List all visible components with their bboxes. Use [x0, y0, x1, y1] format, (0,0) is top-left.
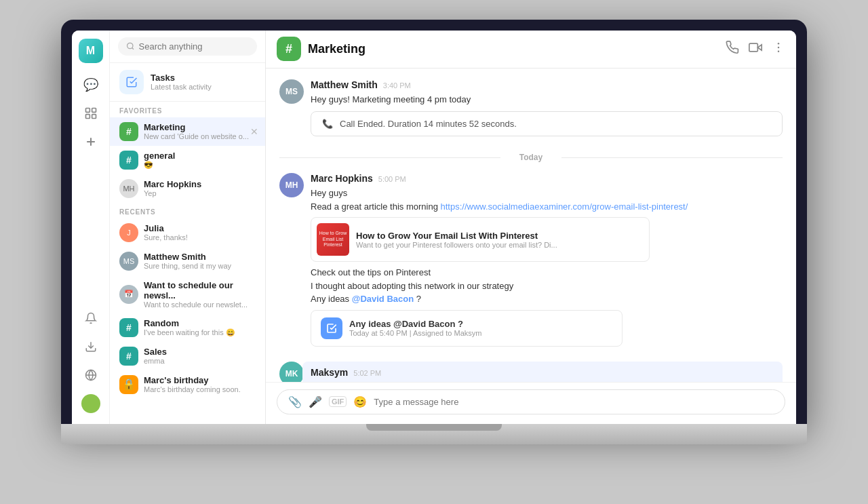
message-author: Maksym — [311, 367, 348, 378]
message-time: 5:00 PM — [378, 175, 406, 183]
channel-item-birthday[interactable]: 🔒 Marc's birthday Marc's birthday coming… — [110, 370, 265, 399]
svg-rect-2 — [85, 114, 90, 118]
icon-sidebar: M 💬 — [72, 31, 110, 424]
attachment-icon[interactable]: 📎 — [288, 395, 302, 408]
article-link[interactable]: https://www.socialmediaexaminer.com/grow… — [440, 201, 688, 212]
channel-item-julia[interactable]: J Julia Sure, thanks! — [110, 218, 265, 247]
channel-item-marc-hopkins[interactable]: MH Marc Hopkins Yep — [110, 174, 265, 203]
tasks-icon — [119, 70, 144, 94]
channel-name: Want to schedule our newsl... — [144, 280, 256, 301]
svg-rect-0 — [85, 108, 90, 112]
channel-hash-icon: # — [119, 122, 138, 141]
emoji-icon[interactable]: 😊 — [353, 395, 367, 408]
channel-header-icon: # — [277, 37, 301, 61]
link-preview-image: How to GrowEmail ListPinterest — [317, 223, 349, 256]
channel-name: general — [144, 151, 256, 161]
svg-rect-1 — [92, 108, 96, 112]
phone-icon[interactable] — [726, 41, 739, 58]
channel-hash-icon: # — [119, 347, 138, 366]
channel-hash-icon: # — [119, 151, 138, 170]
day-divider: Today — [279, 153, 783, 162]
message-group: MS Matthew Smith 3:40 PM Hey guys! Marke… — [279, 79, 783, 142]
message-link-line: Read a great article this morning https:… — [311, 200, 783, 214]
task-quote: Any ideas @David Bacon ? Today at 5:40 P… — [311, 310, 623, 347]
channel-hash-icon: # — [119, 318, 138, 337]
channel-item-general[interactable]: # general 😎 — [110, 146, 265, 174]
video-icon[interactable] — [749, 41, 762, 58]
search-input[interactable] — [139, 41, 249, 52]
channel-name: Matthew Smith — [144, 252, 256, 262]
channel-preview: Sure, thanks! — [144, 233, 256, 241]
channel-item-newsletter[interactable]: 📅 Want to schedule our newsl... Want to … — [110, 275, 265, 313]
gif-icon[interactable]: GIF — [329, 396, 347, 407]
message-group-marc: MH Marc Hopkins 5:00 PM Hey guys Read a … — [279, 173, 783, 351]
profile-nav-icon[interactable] — [79, 391, 103, 416]
message-avatar: MH — [279, 173, 304, 197]
channel-item-random[interactable]: # Random I've been waiting for this 😄 — [110, 313, 265, 342]
message-text: Hey guys! Marketing meeting 4 pm today — [311, 93, 783, 106]
phone-ended-icon: 📞 — [322, 119, 333, 129]
svg-rect-12 — [749, 43, 758, 52]
message-author: Marc Hopkins — [311, 173, 373, 184]
search-bar — [110, 31, 265, 63]
download-nav-icon[interactable] — [79, 334, 103, 359]
chat-header: # Marketing — [266, 31, 796, 69]
microphone-icon[interactable]: 🎤 — [309, 395, 322, 408]
svg-line-10 — [132, 47, 134, 49]
add-nav-icon[interactable] — [79, 130, 103, 154]
link-preview-desc: Want to get your Pinterest followers ont… — [356, 241, 557, 249]
tasks-title: Tasks — [151, 73, 212, 83]
laptop-base — [61, 424, 807, 444]
task-quote-icon — [321, 317, 342, 339]
channel-preview: Sure thing, send it my way — [144, 262, 256, 270]
channel-preview: New card 'Guide on website o... — [144, 132, 256, 140]
chat-main: # Marketing — [266, 31, 796, 424]
search-icon — [126, 41, 135, 51]
chat-input-area: 📎 🎤 GIF 😊 — [266, 382, 796, 424]
channel-item-marketing[interactable]: # Marketing New card 'Guide on website o… — [110, 117, 265, 146]
contacts-nav-icon[interactable] — [79, 101, 103, 125]
channel-preview: Yep — [144, 189, 256, 197]
link-preview-title: How to Grow Your Email List With Pintere… — [356, 231, 557, 241]
event-icon: 🔒 — [119, 375, 138, 394]
chat-input-wrap: 📎 🎤 GIF 😊 — [277, 389, 785, 414]
channel-preview: emma — [144, 357, 256, 365]
channel-preview: Marc's birthday coming soon. — [144, 385, 256, 393]
message-text: Check out the tips on Pinterest — [311, 266, 783, 279]
more-options-icon[interactable] — [772, 41, 785, 58]
svg-marker-11 — [757, 44, 762, 50]
channel-list: Tasks Latest task activity FAVORITES # M… — [110, 31, 266, 424]
channel-preview: I've been waiting for this 😄 — [144, 328, 256, 337]
channel-header-name: Marketing — [308, 42, 719, 56]
user-avatar[interactable]: M — [79, 39, 103, 63]
svg-rect-3 — [92, 114, 96, 118]
svg-point-14 — [778, 46, 780, 48]
mention-david[interactable]: @David Bacon — [352, 294, 414, 304]
channel-name: Marc's birthday — [144, 375, 256, 385]
channel-name: Random — [144, 318, 256, 328]
task-quote-title: Any ideas @David Bacon ? — [349, 319, 481, 329]
globe-nav-icon[interactable] — [79, 363, 103, 387]
message-input[interactable] — [374, 397, 774, 407]
channel-name: Marketing — [144, 122, 256, 132]
svg-point-9 — [127, 43, 133, 48]
bell-nav-icon[interactable] — [79, 306, 103, 330]
message-author: Matthew Smith — [311, 79, 378, 90]
message-time: 5:02 PM — [353, 369, 381, 377]
message-avatar: MS — [279, 79, 304, 104]
dm-avatar: J — [119, 223, 138, 242]
message-content: Matthew Smith 3:40 PM Hey guys! Marketin… — [311, 79, 783, 142]
chat-nav-icon[interactable]: 💬 — [79, 73, 103, 97]
channel-name: Sales — [144, 347, 256, 357]
dm-avatar: MS — [119, 252, 138, 271]
message-time: 3:40 PM — [383, 81, 411, 90]
close-channel-btn[interactable]: ✕ — [250, 126, 258, 137]
chat-messages: MS Matthew Smith 3:40 PM Hey guys! Marke… — [266, 69, 796, 382]
message-text: Hey guys — [311, 187, 783, 200]
message-text: I thought about adopting this network in… — [311, 279, 783, 293]
message-text-mention: Any ideas @David Bacon ? — [311, 292, 783, 306]
channel-item-sales[interactable]: # Sales emma — [110, 342, 265, 370]
channel-item-matthew[interactable]: MS Matthew Smith Sure thing, send it my … — [110, 247, 265, 275]
message-avatar: MK — [279, 362, 304, 382]
tasks-item[interactable]: Tasks Latest task activity — [110, 63, 265, 102]
